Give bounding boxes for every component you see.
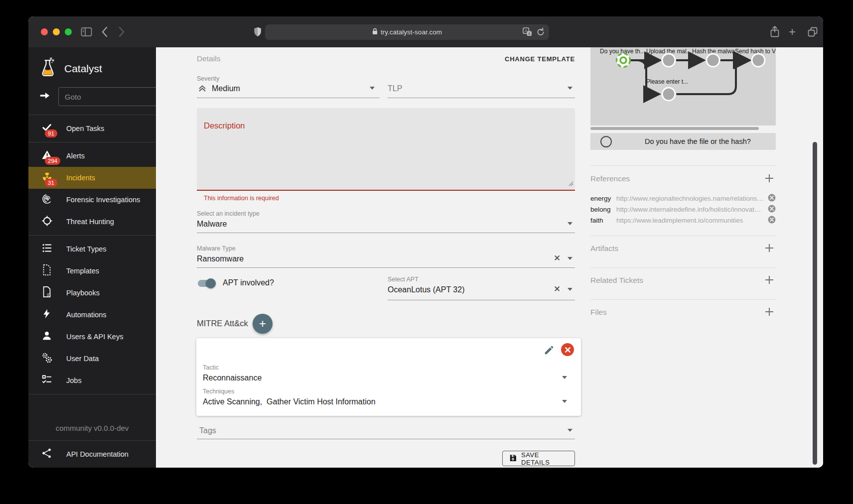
minimize-window-button[interactable]: [53, 28, 60, 35]
description-textarea[interactable]: Description: [197, 108, 575, 191]
tlp-select[interactable]: TLP: [388, 84, 402, 93]
sidebar-item-ticket-types[interactable]: Ticket Types: [28, 238, 156, 260]
add-artifact-icon[interactable]: [764, 243, 775, 255]
mitre-entry-card: Tactic Reconnaissance Techniques Active …: [196, 338, 581, 416]
address-bar[interactable]: try.catalyst-soar.com Aã: [265, 24, 549, 40]
files-title: Files: [590, 308, 607, 317]
select-apt-dropdown-arrow-icon[interactable]: [568, 288, 572, 291]
add-reference-icon[interactable]: [764, 173, 775, 186]
new-tab-icon[interactable]: +: [789, 27, 796, 37]
tags-select[interactable]: Tags: [199, 426, 216, 435]
sidebar-item-alerts[interactable]: 294 Alerts: [28, 145, 156, 167]
severity-label: Severity: [197, 75, 219, 82]
divider: [28, 394, 156, 394]
version-label: community v0.0.0-dev: [28, 424, 156, 432]
vertical-scrollbar[interactable]: [813, 142, 817, 465]
sidebar-toggle-icon[interactable]: [81, 26, 92, 39]
divider: [28, 142, 156, 142]
tlp-dropdown-arrow-icon[interactable]: [568, 87, 572, 90]
sidebar-item-users-api-keys[interactable]: Users & API Keys: [28, 326, 156, 348]
sidebar-item-open-tasks[interactable]: 91 Open Tasks: [28, 118, 156, 139]
remove-reference-icon[interactable]: [768, 205, 776, 215]
sidebar-item-incidents[interactable]: 31 Incidents: [28, 167, 156, 189]
sidebar-item-user-data[interactable]: User Data: [28, 348, 156, 370]
divider: [590, 299, 776, 300]
sidebar-item-threat-hunting[interactable]: Threat Hunting: [28, 211, 156, 233]
reference-link[interactable]: http://www.regionaltechnologies.name/rel…: [616, 195, 764, 202]
alerts-badge: 294: [45, 157, 60, 165]
malware-type-clear-icon[interactable]: ✕: [554, 254, 561, 262]
tactic-value[interactable]: Reconnaissance: [203, 374, 262, 382]
tactic-label: Tactic: [203, 364, 219, 371]
techniques-value[interactable]: Active Scanning, Gather Victim Host Info…: [203, 397, 376, 406]
edit-pencil-icon[interactable]: [544, 345, 555, 358]
checklist-icon: [41, 374, 52, 387]
save-details-button[interactable]: SAVE DETAILS: [502, 451, 575, 466]
mitre-section-title: MITRE Att&ck: [197, 319, 248, 328]
playbook-graph[interactable]: Do you have th... Upload the mal... Hash…: [590, 47, 776, 126]
description-error-text: This information is required: [204, 195, 279, 202]
share-icon[interactable]: [769, 25, 780, 40]
reference-link[interactable]: http://www.internalredefine.info/holisti…: [616, 206, 764, 213]
zoom-window-button[interactable]: [65, 28, 72, 35]
tab-overview-icon[interactable]: [807, 26, 819, 40]
incident-type-label: Select an incident type: [197, 210, 260, 217]
reference-link[interactable]: https://www.leadimplement.io/communities: [616, 217, 764, 224]
task-status-circle-icon[interactable]: [600, 136, 612, 147]
forward-icon[interactable]: [119, 26, 125, 39]
share-network-icon: [41, 448, 52, 461]
sidebar-item-api-documentation[interactable]: API Documentation: [28, 440, 156, 468]
mitre-add-button[interactable]: +: [253, 314, 273, 334]
remove-reference-icon[interactable]: [768, 194, 776, 204]
techniques-label: Techniques: [203, 388, 234, 395]
back-icon[interactable]: [101, 26, 108, 39]
tags-dropdown-arrow-icon[interactable]: [568, 429, 572, 432]
sidebar-item-automations[interactable]: Automations: [28, 304, 156, 326]
incident-type-value[interactable]: Malware: [197, 220, 227, 229]
select-apt-clear-icon[interactable]: ✕: [554, 285, 561, 293]
gears-icon: [41, 352, 53, 366]
sidebar-item-jobs[interactable]: Jobs: [28, 370, 156, 391]
person-icon: [41, 330, 52, 343]
fingerprint-icon: [41, 193, 53, 207]
add-file-icon[interactable]: [764, 306, 775, 319]
privacy-shield-icon[interactable]: [253, 25, 263, 40]
list-icon: [41, 243, 52, 255]
lightning-bolt-icon: [42, 308, 52, 322]
translate-icon[interactable]: Aã: [523, 27, 532, 38]
reload-icon[interactable]: [537, 27, 545, 38]
add-related-ticket-icon[interactable]: [764, 274, 775, 287]
playbook-document-gear-icon: [41, 286, 52, 300]
playbook-task-item[interactable]: Do you have the file or the hash?: [590, 133, 776, 150]
artifacts-title: Artifacts: [590, 244, 618, 253]
delete-entry-icon[interactable]: [561, 343, 574, 356]
apt-toggle-thumb[interactable]: [206, 278, 216, 288]
references-title: References: [590, 174, 630, 183]
reference-row: energy http://www.regionaltechnologies.n…: [590, 193, 776, 204]
techniques-dropdown-arrow-icon[interactable]: [562, 400, 567, 403]
sidebar-item-playbooks[interactable]: Playbooks: [28, 282, 156, 304]
resize-handle-icon[interactable]: [569, 179, 573, 188]
app-title: Catalyst: [64, 63, 102, 75]
browser-titlebar: try.catalyst-soar.com Aã +: [28, 16, 823, 47]
details-section-title: Details: [197, 54, 220, 63]
incident-type-dropdown-arrow-icon[interactable]: [568, 222, 572, 225]
severity-dropdown-arrow-icon[interactable]: [370, 87, 375, 90]
related-tickets-title: Related Tickets: [590, 276, 643, 285]
graph-horizontal-scrollbar[interactable]: [590, 127, 759, 130]
goto-input[interactable]: [58, 87, 170, 106]
malware-type-value[interactable]: Ransomware: [197, 254, 244, 263]
tactic-dropdown-arrow-icon[interactable]: [562, 376, 567, 379]
sidebar-item-templates[interactable]: Templates: [28, 260, 156, 282]
select-apt-value[interactable]: OceanLotus (APT 32): [388, 285, 464, 294]
browser-window: try.catalyst-soar.com Aã +: [28, 16, 823, 468]
open-tasks-badge: 91: [45, 129, 57, 137]
divider: [590, 236, 776, 236]
severity-value[interactable]: Medium: [212, 84, 240, 93]
malware-type-dropdown-arrow-icon[interactable]: [568, 257, 572, 260]
sidebar-item-forensic-investigations[interactable]: Forensic Investigations: [28, 189, 156, 211]
close-window-button[interactable]: [41, 28, 48, 35]
remove-reference-icon[interactable]: [768, 216, 776, 226]
divider: [590, 165, 776, 166]
change-template-button[interactable]: CHANGE TEMPLATE: [505, 55, 575, 63]
